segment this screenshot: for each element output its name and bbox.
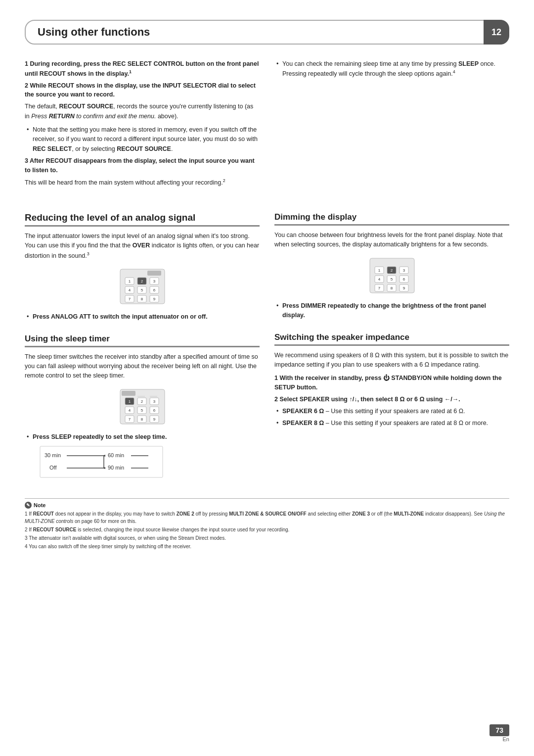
dimming-bullet: Press DIMMER repeatedly to change the br… (274, 301, 509, 321)
reducing-bullet: Press ANALOG ATT to switch the input att… (25, 312, 260, 322)
footnote-4: 4 You can also switch off the sleep time… (25, 543, 509, 550)
page-container: Using other functions 12 1 During record… (0, 0, 534, 756)
sleep-body: The sleep timer switches the receiver in… (25, 352, 260, 381)
svg-text:60 min: 60 min (108, 452, 124, 458)
svg-text:6: 6 (153, 288, 155, 292)
note-label: ✎ Note (25, 502, 509, 509)
switching-body: We recommend using speakers of 8 Ω with … (274, 351, 509, 370)
step1-heading-text: 1 During recording, press the REC SELECT… (25, 60, 259, 77)
svg-text:2: 2 (140, 279, 143, 284)
sleep-bullet: Press SLEEP repeatedly to set the sleep … (25, 432, 260, 442)
reducing-title: Reducing the level of an analog signal (25, 212, 260, 227)
dimming-keypad: 1 2 3 4 5 6 7 8 (274, 256, 509, 295)
svg-text:8: 8 (140, 297, 143, 301)
svg-text:9: 9 (153, 297, 155, 301)
intro-right: You can check the remaining sleep time a… (274, 59, 509, 191)
chapter-title: Using other functions (38, 26, 496, 39)
svg-text:6: 6 (153, 408, 155, 413)
intro-right-bullet1: You can check the remaining sleep time a… (274, 59, 509, 79)
switching-bullet2: SPEAKER 8 Ω – Use this setting if your s… (274, 419, 509, 428)
svg-text:1: 1 (128, 279, 131, 284)
svg-rect-1 (147, 271, 161, 276)
step2-heading: 2 While RECOUT shows in the display, use… (25, 81, 260, 100)
content-columns: Reducing the level of an analog signal T… (25, 200, 509, 483)
reducing-body: The input attenuator lowers the input le… (25, 232, 260, 261)
note-icon: ✎ (25, 502, 32, 509)
svg-text:2: 2 (390, 268, 393, 273)
reducing-keypad-svg: 1 2 3 4 5 6 7 8 (118, 267, 167, 306)
page-lang: En (503, 736, 509, 742)
sleep-diagram: 30 min 60 min Off 90 min (40, 446, 245, 479)
step1-heading: 1 During recording, press the REC SELECT… (25, 59, 260, 79)
svg-text:4: 4 (128, 288, 131, 292)
svg-text:3: 3 (402, 268, 405, 273)
switching-bullet1: SPEAKER 6 Ω – Use this setting if your s… (274, 407, 509, 416)
switching-step2: 2 Select SPEAKER using ↑/↓, then select … (274, 395, 509, 404)
sleep-title: Using the sleep timer (25, 334, 260, 347)
svg-text:7: 7 (378, 286, 380, 290)
sleep-keypad: 1 2 3 4 5 6 7 (25, 387, 260, 426)
svg-text:Off: Off (49, 465, 57, 471)
svg-text:4: 4 (128, 408, 131, 413)
svg-text:5: 5 (390, 277, 393, 282)
dimming-title: Dimming the display (274, 212, 509, 226)
svg-text:7: 7 (128, 297, 131, 301)
svg-text:9: 9 (153, 417, 155, 422)
left-column: Reducing the level of an analog signal T… (25, 200, 260, 483)
footnote-2: 2 If RECOUT SOURCE is selected, changing… (25, 526, 509, 533)
reducing-keypad: 1 2 3 4 5 6 7 8 (25, 267, 260, 306)
page-number: 73 (490, 724, 509, 736)
svg-text:5: 5 (140, 408, 143, 413)
step3-heading: 3 After RECOUT disappears from the displ… (25, 156, 260, 175)
svg-text:6: 6 (402, 277, 405, 282)
footnote-1: 1 If RECOUT does not appear in the displ… (25, 510, 509, 525)
svg-text:4: 4 (378, 277, 380, 282)
note-label-text: Note (34, 502, 45, 508)
svg-text:8: 8 (390, 286, 393, 290)
sleep-diagram-svg: 30 min 60 min Off 90 min (40, 446, 163, 478)
svg-text:3: 3 (153, 279, 155, 284)
svg-text:1: 1 (378, 268, 380, 273)
svg-text:7: 7 (128, 417, 131, 422)
svg-rect-42 (40, 446, 163, 477)
svg-text:30 min: 30 min (44, 452, 61, 458)
svg-text:8: 8 (140, 417, 143, 422)
svg-text:9: 9 (402, 286, 405, 290)
sleep-keypad-svg: 1 2 3 4 5 6 7 (118, 387, 167, 426)
svg-text:90 min: 90 min (108, 465, 124, 471)
step1-sup: 1 (129, 69, 132, 74)
intro-left: 1 During recording, press the REC SELECT… (25, 59, 260, 191)
switching-step1: 1 With the receiver in standby, press ⏻ … (274, 374, 509, 392)
svg-text:3: 3 (153, 399, 155, 404)
step2-heading-text: 2 While RECOUT shows in the display, use… (25, 82, 256, 98)
svg-text:1: 1 (128, 399, 131, 404)
dimming-keypad-svg: 1 2 3 4 5 6 7 8 (367, 256, 417, 295)
chapter-number: 12 (484, 20, 509, 45)
svg-text:2: 2 (140, 399, 143, 404)
switching-title: Switching the speaker impedance (274, 332, 509, 346)
step2-body: The default, RECOUT SOURCE, records the … (25, 102, 260, 121)
svg-text:5: 5 (140, 288, 143, 292)
intro-bullet1: Note that the setting you make here is s… (25, 125, 260, 154)
footnote-section: ✎ Note 1 If RECOUT does not appear in th… (25, 498, 509, 550)
footnote-3: 3 The attenuator isn't available with di… (25, 534, 509, 542)
svg-rect-21 (122, 391, 135, 396)
step3-body: This will be heard from the main system … (25, 178, 260, 188)
dimming-body: You can choose between four brightness l… (274, 231, 509, 250)
right-column: Dimming the display You can choose betwe… (274, 200, 509, 483)
intro-section: 1 During recording, press the REC SELECT… (25, 59, 509, 191)
chapter-header: Using other functions 12 (25, 20, 509, 45)
